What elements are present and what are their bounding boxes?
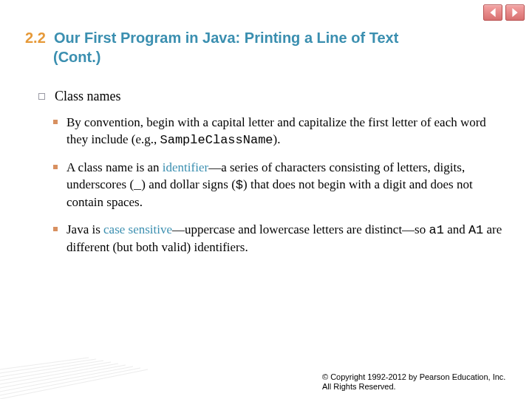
code-text: $ [236, 178, 243, 192]
section-number: 2.2 [25, 30, 46, 46]
text: —uppercase and lowercase letters are dis… [172, 222, 429, 236]
svg-line-0 [0, 369, 148, 399]
text: and [444, 222, 468, 236]
code-text: A1 [468, 223, 483, 237]
bullet-top-text: Class names [55, 89, 121, 103]
copyright-text: © Copyright 1992-2012 by Pearson Educati… [322, 372, 514, 392]
text: ). [273, 132, 281, 146]
sub-bullet-3: Java is case sensitive—uppercase and low… [41, 222, 502, 256]
text: A class name is an [66, 160, 163, 174]
square-bullet-icon [53, 120, 58, 124]
svg-line-3 [0, 365, 126, 388]
bullet-top: Class names [41, 89, 502, 104]
svg-line-7 [0, 359, 96, 373]
sub-bullet-2: A class name is an identifier—a series o… [41, 160, 502, 211]
title-line1: Our First Program in Java: Printing a Li… [54, 30, 398, 46]
text: ) and dollar signs ( [141, 177, 235, 191]
title-line2: (Cont.) [53, 47, 507, 66]
decorative-hatch [0, 355, 148, 399]
svg-line-8 [0, 358, 89, 369]
square-bullet-icon [53, 165, 58, 169]
triangle-left-icon [488, 8, 497, 17]
code-text: a1 [429, 223, 443, 237]
text: Java is [66, 222, 103, 236]
section-title: 2.2 Our First Program in Java: Printing … [25, 28, 507, 66]
square-bullet-icon [53, 227, 58, 231]
prev-button[interactable] [483, 4, 502, 21]
code-text: SampleClassName [160, 133, 273, 147]
next-button[interactable] [505, 4, 525, 21]
box-bullet-icon [38, 93, 45, 100]
nav-buttons [483, 4, 525, 21]
keyword-text: case sensitive [103, 222, 172, 236]
slide-content: Class names By convention, begin with a … [41, 89, 502, 256]
triangle-right-icon [511, 8, 519, 17]
keyword-text: identifier [163, 160, 208, 174]
sub-bullet-1: By convention, begin with a capital lett… [41, 115, 502, 149]
code-text: _ [134, 178, 141, 192]
